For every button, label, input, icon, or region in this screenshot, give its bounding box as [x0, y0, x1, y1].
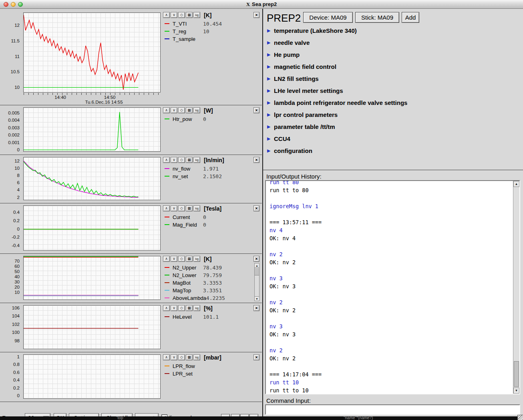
up-icon[interactable]: ∧: [163, 354, 170, 360]
legend-series-row: T_reg10: [163, 28, 259, 35]
grid-icon[interactable]: ▦: [186, 305, 193, 311]
series-name: N2_Lower: [173, 271, 203, 279]
autoscale-icon[interactable]: ◇: [178, 354, 185, 360]
y-tick-label: 0: [17, 227, 20, 231]
series-name: T_reg: [173, 28, 203, 35]
down-icon[interactable]: ∨: [171, 256, 177, 262]
y-tick-label: 0: [17, 394, 20, 398]
series-value: 0: [203, 116, 206, 122]
expander-icon[interactable]: ▶: [267, 40, 270, 45]
section-ln2-fill[interactable]: ▶LN2 fill settings: [263, 73, 523, 85]
grid-icon[interactable]: ▦: [186, 12, 193, 18]
section-temperature[interactable]: ▶temperature (LakeShore 340): [263, 25, 523, 37]
up-icon[interactable]: ∧: [163, 107, 170, 113]
grid-icon[interactable]: ▦: [186, 107, 193, 113]
history-scrollbar[interactable]: ▲ ▼: [513, 181, 519, 394]
add-button[interactable]: Add: [402, 12, 419, 23]
scroll-up-icon[interactable]: ▲: [255, 263, 259, 268]
chart-plot-area[interactable]: [23, 256, 161, 300]
close-icon[interactable]: ×: [253, 305, 259, 311]
io-history[interactable]: run tt 80run tt to 80 ignoreMsg lnv 1 ==…: [265, 180, 520, 394]
chart-plot-area[interactable]: [23, 157, 161, 200]
series-color-dash: [165, 176, 169, 177]
log-icon[interactable]: log: [193, 12, 200, 18]
log-icon[interactable]: log: [193, 256, 200, 262]
grid-icon[interactable]: ▦: [186, 205, 193, 211]
expander-icon[interactable]: ▶: [267, 52, 270, 57]
grid-icon[interactable]: ▦: [186, 354, 193, 360]
scroll-down-icon[interactable]: ▼: [513, 388, 519, 394]
autoscale-icon[interactable]: ◇: [178, 205, 185, 211]
section-configuration[interactable]: ▶configuration: [263, 145, 523, 157]
expander-icon[interactable]: ▶: [267, 88, 270, 93]
chart-plot-area[interactable]: [23, 205, 161, 251]
expander-icon[interactable]: ▶: [267, 76, 270, 81]
y-tick-label: 0.003: [8, 125, 20, 130]
up-icon[interactable]: ∧: [163, 205, 170, 211]
scroll-up-icon[interactable]: ▲: [513, 181, 519, 187]
chart-plot-area[interactable]: [23, 12, 161, 92]
down-icon[interactable]: ∨: [171, 12, 177, 18]
expander-icon[interactable]: ▶: [267, 64, 270, 69]
down-icon[interactable]: ∨: [171, 157, 177, 163]
command-input[interactable]: [265, 404, 520, 415]
autoscale-icon[interactable]: ◇: [178, 157, 185, 163]
legend-scrollbar[interactable]: ▲ ▼: [254, 263, 259, 301]
section-he-pump[interactable]: ▶He pump: [263, 49, 523, 61]
series-value: 0: [203, 214, 206, 220]
grid-icon[interactable]: ▦: [186, 256, 193, 262]
scroll-thumb[interactable]: [514, 361, 519, 387]
expander-icon[interactable]: ▶: [267, 112, 270, 117]
section-magnetic-field[interactable]: ▶magnetic field control: [263, 61, 523, 73]
autoscale-icon[interactable]: ◇: [178, 256, 185, 262]
close-icon[interactable]: ×: [253, 157, 259, 163]
log-icon[interactable]: log: [193, 107, 200, 113]
chart-plot-area[interactable]: [23, 305, 161, 349]
device-button[interactable]: Device: MA09: [303, 12, 353, 23]
stick-button[interactable]: Stick: MA09: [355, 12, 399, 23]
log-icon[interactable]: log: [193, 305, 200, 311]
log-icon[interactable]: log: [193, 354, 200, 360]
section-lpr-control[interactable]: ▶lpr control parameters: [263, 109, 523, 121]
close-icon[interactable]: ×: [253, 107, 259, 113]
chart-plot-area[interactable]: [23, 107, 161, 152]
down-icon[interactable]: ∨: [171, 107, 177, 113]
section-lhe-level-meter[interactable]: ▶LHe level meter settings: [263, 85, 523, 97]
down-icon[interactable]: ∨: [171, 205, 177, 211]
close-icon[interactable]: ×: [253, 354, 259, 360]
autoscale-icon[interactable]: ◇: [178, 12, 185, 18]
close-icon[interactable]: ×: [253, 12, 259, 18]
expander-icon[interactable]: ▶: [267, 124, 270, 129]
legend-series-row: Htr_pow0: [163, 115, 259, 123]
series-color-dash: [165, 282, 169, 283]
down-icon[interactable]: ∨: [171, 354, 177, 360]
up-icon[interactable]: ∧: [163, 256, 170, 262]
scroll-down-icon[interactable]: ▼: [255, 296, 259, 301]
scroll-thumb[interactable]: [255, 268, 259, 275]
expander-icon[interactable]: ▶: [267, 148, 270, 153]
section-parameter-table[interactable]: ▶parameter table /tt/tm: [263, 121, 523, 133]
y-axis-labels: 1211.51110.510: [0, 12, 22, 92]
log-icon[interactable]: log: [193, 157, 200, 163]
section-ccu4[interactable]: ▶CCU4: [263, 133, 523, 145]
expander-icon[interactable]: ▶: [267, 136, 270, 141]
y-tick-label: 50: [14, 269, 20, 274]
section-lambda-point[interactable]: ▶lambda point refrigerator needle valve …: [263, 97, 523, 109]
window-titlebar[interactable]: XSea prep2: [0, 0, 523, 9]
up-icon[interactable]: ∧: [163, 12, 170, 18]
up-icon[interactable]: ∧: [163, 157, 170, 163]
close-icon[interactable]: ×: [253, 205, 259, 211]
down-icon[interactable]: ∨: [171, 305, 177, 311]
resize-grip-icon[interactable]: [517, 415, 523, 420]
log-icon[interactable]: log: [193, 205, 200, 211]
autoscale-icon[interactable]: ◇: [178, 305, 185, 311]
autoscale-icon[interactable]: ◇: [178, 107, 185, 113]
chart-plot-area[interactable]: [23, 354, 161, 399]
grid-icon[interactable]: ▦: [186, 157, 193, 163]
up-icon[interactable]: ∧: [163, 305, 170, 311]
section-needle-valve[interactable]: ▶needle valve: [263, 37, 523, 49]
close-icon[interactable]: ×: [253, 256, 259, 262]
expander-icon[interactable]: ▶: [267, 100, 270, 105]
expander-icon[interactable]: ▶: [267, 28, 270, 33]
series-value: 78.439: [203, 265, 222, 271]
